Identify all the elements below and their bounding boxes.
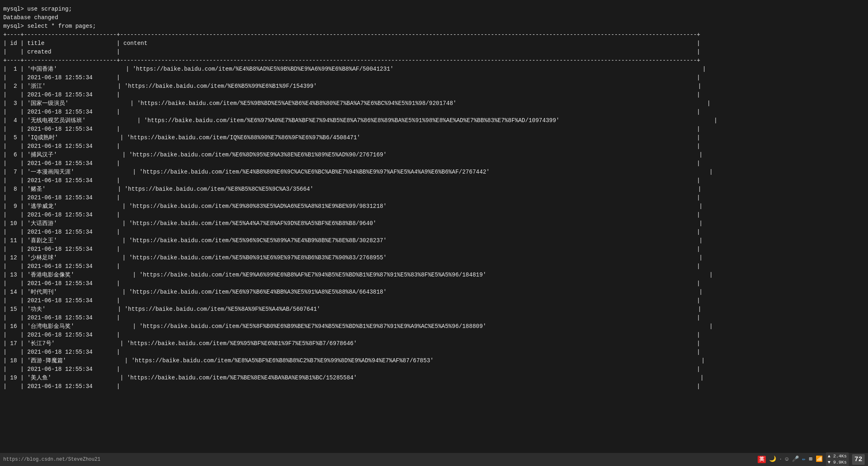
network-down: ▼ 9.9Ks: [828, 459, 847, 466]
time-display: 72: [852, 454, 865, 465]
terminal-output: mysql> use scraping; Database changed my…: [0, 3, 868, 391]
sougou-input-badge[interactable]: 英: [758, 456, 766, 464]
taskbar: https://blog.csdn.net/SteveZhou21 英 🌙 · …: [0, 453, 868, 466]
taskbar-url[interactable]: https://blog.csdn.net/SteveZhou21: [3, 456, 101, 463]
mic-icon: 🎤: [792, 455, 799, 464]
terminal: mysql> use scraping; Database changed my…: [0, 0, 868, 466]
moon-icon: 🌙: [769, 455, 776, 464]
network-speed: ▲ 2.4Ks ▼ 9.9Ks: [826, 453, 849, 466]
grid-icon: ⊞: [809, 455, 812, 464]
dot-icon: ·: [779, 457, 782, 462]
content-area: mysql> use scraping; Database changed my…: [0, 3, 868, 453]
network-up: ▲ 2.4Ks: [828, 453, 847, 459]
taskbar-left: https://blog.csdn.net/SteveZhou21: [3, 456, 101, 463]
taskbar-right: 英 🌙 · ☺ 🎤 ✏ ⊞ 📶 ▲ 2.4Ks ▼ 9.9Ks 72: [758, 453, 865, 466]
face-icon: ☺: [785, 455, 788, 464]
pen-icon: ✏: [802, 455, 805, 464]
wifi-icon: 📶: [816, 455, 823, 464]
